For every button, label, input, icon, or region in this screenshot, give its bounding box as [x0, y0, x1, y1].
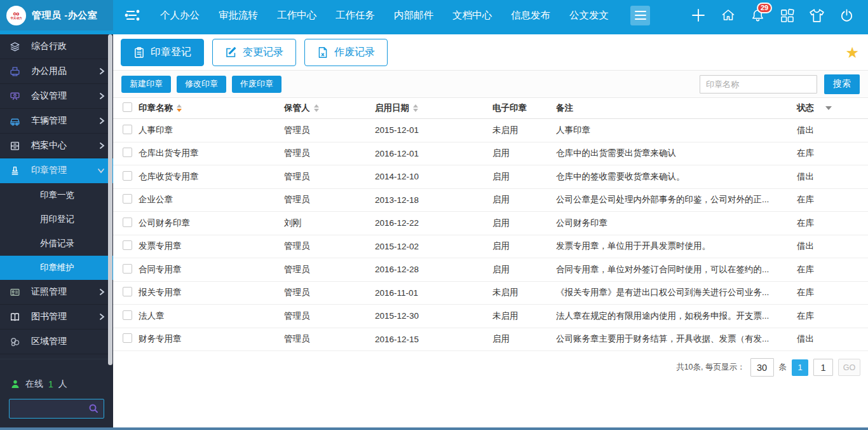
theme-shirt-icon[interactable] [809, 8, 825, 23]
sidebar-subitem-lend-records[interactable]: 外借记录 [0, 232, 113, 256]
pagination-unit: 条 [779, 362, 787, 373]
tab-label: 印章登记 [151, 46, 191, 59]
nav-item-work-center[interactable]: 工作中心 [277, 9, 316, 22]
status-filter-caret-icon[interactable] [825, 106, 832, 110]
sidebar-item-region-mgmt[interactable]: 区域管理 [0, 329, 113, 354]
nav-item-personal-office[interactable]: 个人办公 [160, 9, 200, 22]
page-1-button[interactable]: 1 [792, 359, 808, 376]
tab-seal-register[interactable]: 印章登记 [121, 39, 204, 66]
sidebar-item-seal-mgmt[interactable]: 印章管理 [0, 158, 113, 183]
cell-remark: 仓库中的出货需要出货章来确认 [556, 148, 797, 159]
tab-change-records[interactable]: 变更记录 [212, 39, 296, 66]
cell-keeper: 管理员 [284, 125, 375, 136]
search-icon[interactable] [88, 403, 99, 414]
table-body: 人事印章 管理员 2015-12-01 未启用 人事印章 借出 仓库出货专用章 … [113, 119, 868, 351]
table-row[interactable]: 报关专用章 管理员 2016-11-01 未启用 《报关专用章》是有进出口权公司… [113, 282, 868, 305]
cell-eseal: 启用 [492, 194, 556, 205]
sidebar-item-office-supplies[interactable]: 办公用品 [0, 59, 113, 84]
go-button[interactable]: GO [838, 359, 860, 376]
more-menus-button[interactable] [630, 6, 650, 25]
cell-seal-name: 企业公章 [139, 194, 284, 205]
sidebar-subitem-seal-maintenance[interactable]: 印章维护 [0, 256, 113, 280]
sidebar-subitem-seal-overview[interactable]: 印章一览 [0, 183, 113, 207]
row-checkbox[interactable] [123, 148, 132, 157]
nav-item-document-center[interactable]: 文档中心 [452, 9, 492, 22]
seal-name-filter-input[interactable] [700, 75, 817, 94]
row-checkbox[interactable] [123, 125, 132, 134]
edit-seal-button[interactable]: 修改印章 [177, 76, 226, 93]
void-seal-button[interactable]: 作废印章 [232, 76, 281, 93]
page-size-input[interactable] [750, 358, 774, 377]
cell-status: 在库 [797, 310, 868, 322]
cell-keeper: 管理员 [284, 264, 375, 275]
table-row[interactable]: 企业公章 管理员 2013-12-18 启用 公司公章是公司处理内外部事务的印鉴… [113, 189, 868, 212]
sort-icon-start-date[interactable] [413, 104, 418, 112]
row-checkbox[interactable] [123, 240, 132, 250]
favorite-star-icon[interactable]: ★ [845, 45, 859, 60]
select-all-checkbox[interactable] [123, 102, 132, 112]
topbar-actions: 29 [691, 8, 868, 23]
table-row[interactable]: 仓库出货专用章 管理员 2016-12-01 启用 仓库中的出货需要出货章来确认… [113, 142, 868, 166]
new-seal-button[interactable]: 新建印章 [121, 76, 171, 93]
sidebar-subitem-seal-use-register[interactable]: 用印登记 [0, 207, 113, 232]
layers-icon [10, 41, 20, 52]
search-button[interactable]: 搜索 [824, 74, 860, 94]
chevron-right-icon [99, 117, 105, 125]
cell-keeper: 管理员 [284, 240, 375, 252]
row-checkbox[interactable] [123, 171, 132, 181]
sort-icon-seal-name[interactable] [177, 104, 182, 112]
row-checkbox[interactable] [123, 264, 132, 274]
row-checkbox[interactable] [123, 310, 132, 320]
row-checkbox[interactable] [123, 218, 132, 227]
chevron-right-icon [99, 288, 105, 296]
table-row[interactable]: 仓库收货专用章 管理员 2014-12-10 启用 仓库中的签收需要收货章来确认… [113, 165, 868, 189]
sidebar-item-archive-center[interactable]: 档案中心 [0, 134, 113, 158]
chevron-down-icon [97, 168, 105, 174]
table-row[interactable]: 财务专用章 管理员 2016-12-15 启用 公司账务章主要用于财务结算，开具… [113, 328, 868, 352]
table-row[interactable]: 公司财务印章 刘刚 2016-12-22 启用 公司财务印章 在库 [113, 212, 868, 235]
cell-date: 2016-12-22 [375, 218, 492, 228]
goto-page-input[interactable] [813, 359, 833, 376]
table-row[interactable]: 法人章 管理员 2015-12-30 未启用 法人章在规定的有限用途内使用，如税… [113, 305, 868, 328]
col-header-status: 状态 [797, 102, 814, 114]
nav-item-internal-mail[interactable]: 内部邮件 [394, 9, 433, 22]
sidebar-item-book-mgmt[interactable]: 图书管理 [0, 305, 113, 329]
table-row[interactable]: 发票专用章 管理员 2015-12-02 启用 发票专用章，单位用于开具发票时使… [113, 235, 868, 259]
row-checkbox[interactable] [123, 333, 132, 343]
cell-eseal: 启用 [492, 171, 556, 183]
sidebar-item-meeting-mgmt[interactable]: 会议管理 [0, 84, 113, 109]
row-checkbox[interactable] [123, 194, 132, 204]
apps-grid-icon[interactable] [780, 8, 794, 23]
cell-eseal: 启用 [492, 148, 556, 159]
home-icon[interactable] [721, 8, 736, 23]
cell-status: 借出 [797, 240, 868, 252]
sidebar-item-label: 区域管理 [31, 336, 67, 347]
main-content: 印章登记 变更记录 作废记录 ★ 新建印章 修改印章 作废印章 搜索 [113, 34, 868, 427]
sidebar-scrollbar[interactable] [108, 34, 112, 365]
power-logout-icon[interactable] [839, 8, 854, 23]
notifications-bell-icon[interactable]: 29 [750, 8, 765, 23]
cell-keeper: 管理员 [284, 287, 375, 298]
tab-void-records[interactable]: 作废记录 [304, 39, 388, 66]
cell-seal-name: 发票专用章 [139, 240, 284, 252]
sidebar-item-label: 办公用品 [31, 66, 67, 77]
table-row[interactable]: 合同专用章 管理员 2016-12-28 启用 合同专用章，单位对外签订合同时使… [113, 258, 868, 282]
cell-remark: 发票专用章，单位用于开具发票时使用。 [556, 240, 797, 252]
sidebar-item-certificate-mgmt[interactable]: 证照管理 [0, 280, 113, 305]
nav-item-approval-flow[interactable]: 审批流转 [219, 9, 258, 22]
nav-item-work-tasks[interactable]: 工作任务 [336, 9, 375, 22]
sidebar-item-vehicle-mgmt[interactable]: 车辆管理 [0, 109, 113, 134]
row-checkbox[interactable] [123, 287, 132, 296]
nav-item-official-dispatch[interactable]: 公文发文 [569, 9, 609, 22]
coins-icon [10, 336, 20, 347]
brand-area[interactable]: ∞ 华天动力 管理员 -办公室 [0, 0, 113, 31]
nav-item-info-publish[interactable]: 信息发布 [511, 9, 550, 22]
sort-icon-keeper[interactable] [314, 104, 319, 112]
cell-date: 2015-12-02 [375, 242, 492, 251]
table-row[interactable]: 人事印章 管理员 2015-12-01 未启用 人事印章 借出 [113, 119, 868, 142]
cell-status: 在库 [797, 148, 868, 159]
nav-list-icon[interactable] [125, 8, 141, 22]
add-icon[interactable] [691, 8, 706, 23]
sidebar-item-general-admin[interactable]: 综合行政 [0, 34, 113, 59]
cell-date: 2013-12-18 [375, 195, 492, 205]
